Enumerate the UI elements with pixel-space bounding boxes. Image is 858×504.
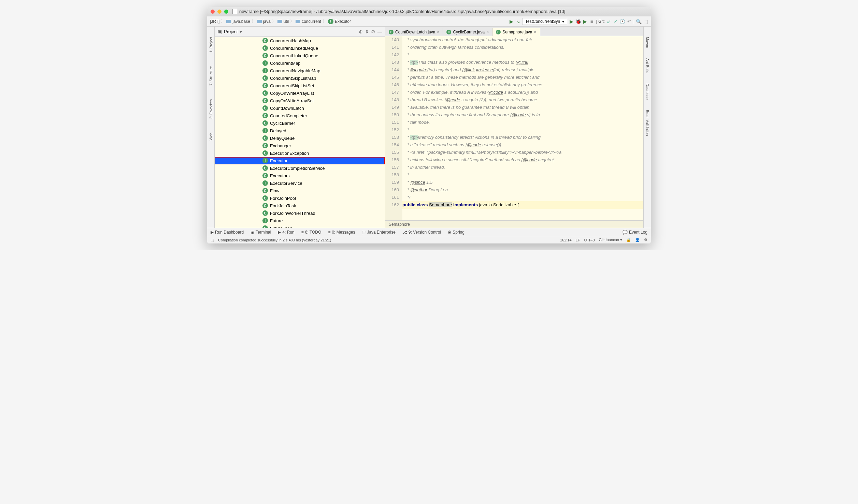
memory-icon[interactable]: ⚙ (644, 238, 647, 242)
gear-icon[interactable]: ⚙ (371, 29, 375, 34)
tree-item-executor[interactable]: IExecutor (215, 157, 385, 164)
tree-item-copyonwritearraylist[interactable]: CCopyOnWriteArrayList (215, 89, 385, 97)
hide-icon[interactable]: — (377, 29, 382, 34)
history-icon[interactable]: 🕐 (620, 19, 625, 24)
folder-icon (277, 20, 282, 23)
tab-label: CountDownLatch.java (395, 30, 435, 34)
editor-tab-semaphore[interactable]: CSemaphore.java× (492, 28, 540, 36)
web-tab[interactable]: Web (209, 133, 213, 140)
class-icon: C (262, 188, 268, 193)
breadcrumb-item[interactable]: java〉 (257, 18, 276, 24)
maven-tab[interactable]: Maven (645, 37, 649, 48)
tree-item-concurrentskiplistset[interactable]: CConcurrentSkipListSet (215, 82, 385, 89)
project-tree[interactable]: CConcurrentHashMapCConcurrentLinkedDeque… (215, 37, 385, 228)
inspector-icon[interactable]: 👤 (635, 238, 640, 242)
git-branch[interactable]: Git: tuancan ▾ (599, 238, 622, 242)
breadcrumb-item[interactable]: IExecutor (328, 19, 351, 24)
commit-icon[interactable]: ✓ (613, 19, 618, 24)
bean-validation-tab[interactable]: Bean Validation (645, 110, 649, 136)
tree-item-forkjoinworkerthread[interactable]: CForkJoinWorkerThread (215, 209, 385, 217)
revert-icon[interactable]: ↶ (627, 19, 632, 24)
tree-item-delayqueue[interactable]: CDelayQueue (215, 134, 385, 142)
breadcrumb-item[interactable]: concurrent〉 (296, 18, 327, 24)
tree-item-executorcompletionservice[interactable]: CExecutorCompletionService (215, 164, 385, 172)
run-configuration-dropdown[interactable]: TestConcurrentSyn▾ (522, 18, 567, 25)
bottom-tab-spring[interactable]: ❀Spring (448, 230, 464, 235)
close-tab-icon[interactable]: × (534, 30, 537, 34)
close-button[interactable] (211, 10, 215, 14)
search-icon[interactable]: 🔍 (636, 19, 641, 24)
bottom-tab-rundashboard[interactable]: ▶Run Dashboard (211, 230, 244, 235)
breadcrumb-item[interactable]: java.base〉 (226, 18, 255, 24)
tree-item-flow[interactable]: CFlow (215, 187, 385, 194)
run-icon[interactable]: ▶ (569, 19, 574, 24)
lock-icon[interactable]: 🔒 (626, 238, 631, 242)
coverage-icon[interactable]: ▶ (582, 19, 588, 24)
status-icon[interactable]: ⬚ (211, 238, 214, 242)
breadcrumb-root[interactable]: [JRT]〉 (210, 18, 225, 24)
update-icon[interactable]: ↙ (606, 19, 612, 24)
line-separator[interactable]: LF (576, 238, 580, 242)
close-tab-icon[interactable]: × (437, 30, 439, 34)
tree-item-countdownlatch[interactable]: CCountDownLatch (215, 104, 385, 112)
bottom-tab-terminal[interactable]: ▣Terminal (251, 230, 271, 235)
tree-item-concurrentskiplistmap[interactable]: CConcurrentSkipListMap (215, 74, 385, 82)
breadcrumb-item[interactable]: util〉 (277, 18, 294, 24)
view-mode-icon[interactable]: ▣ (217, 29, 222, 34)
tree-item-concurrenthashmap[interactable]: CConcurrentHashMap (215, 37, 385, 44)
bottom-tab-run[interactable]: ▶4: Run (278, 230, 294, 235)
tree-item-cyclicbarrier[interactable]: CCyclicBarrier (215, 119, 385, 127)
tree-item-forkjoinpool[interactable]: CForkJoinPool (215, 194, 385, 202)
tree-item-future[interactable]: IFuture (215, 217, 385, 224)
tree-item-countedcompleter[interactable]: CCountedCompleter (215, 112, 385, 119)
tree-item-executionexception[interactable]: CExecutionException (215, 149, 385, 157)
tree-item-forkjointask[interactable]: CForkJoinTask (215, 202, 385, 209)
tree-item-delayed[interactable]: IDelayed (215, 127, 385, 134)
hammer-icon[interactable]: ↘ (515, 19, 521, 24)
collapse-icon[interactable]: ⇕ (365, 29, 369, 34)
tree-item-exchanger[interactable]: CExchanger (215, 142, 385, 149)
tree-item-futuretask[interactable]: CFutureTask (215, 224, 385, 228)
minimize-button[interactable] (217, 10, 221, 14)
build-icon[interactable]: ▶ (509, 19, 514, 24)
close-tab-icon[interactable]: × (486, 30, 489, 34)
editor-tab-cyclicbarrier[interactable]: CCyclicBarrier.java× (443, 28, 492, 36)
tree-item-concurrentmap[interactable]: IConcurrentMap (215, 59, 385, 67)
tree-item-executors[interactable]: CExecutors (215, 172, 385, 179)
class-icon: C (262, 150, 268, 156)
tab-icon: ▶ (278, 230, 281, 235)
caret-position[interactable]: 162:14 (560, 238, 572, 242)
encoding[interactable]: UTF-8 (584, 238, 595, 242)
maximize-button[interactable] (224, 10, 228, 14)
bottom-tab-todo[interactable]: ≡6: TODO (301, 230, 321, 235)
favorites-tab[interactable]: 2: Favorites (209, 99, 213, 119)
interface-icon: I (262, 180, 268, 186)
dropdown-icon[interactable]: ▾ (240, 29, 242, 34)
tree-item-concurrentnavigablemap[interactable]: IConcurrentNavigableMap (215, 67, 385, 74)
database-tab[interactable]: Database (645, 84, 649, 100)
code-editor[interactable]: 1401411421431441451461471481491501511521… (385, 36, 643, 220)
window-title: newframe [~/SpringSpace/newframe] - /Lib… (239, 9, 565, 14)
tree-item-label: Executor (270, 158, 287, 163)
tree-item-label: CountedCompleter (270, 113, 307, 118)
ant-tab[interactable]: Ant Build (645, 58, 649, 73)
tree-item-label: ForkJoinPool (270, 196, 296, 201)
tab-icon: ▣ (251, 230, 254, 235)
project-tab[interactable]: 1: Project (209, 37, 213, 53)
tree-item-executorservice[interactable]: IExecutorService (215, 179, 385, 187)
target-icon[interactable]: ⊕ (359, 29, 363, 34)
structure-tab[interactable]: 7: Structure (209, 66, 213, 86)
editor-breadcrumb[interactable]: Semaphore (385, 220, 643, 228)
code-content[interactable]: * synchronization control, the throughpu… (402, 36, 643, 220)
bottom-tab-messages[interactable]: ≡0: Messages (328, 230, 355, 235)
bottom-tab-versioncontrol[interactable]: ⎇9: Version Control (402, 230, 441, 235)
event-log-tab[interactable]: 💬 Event Log (623, 230, 647, 235)
tree-item-concurrentlinkeddeque[interactable]: CConcurrentLinkedDeque (215, 44, 385, 52)
tree-item-concurrentlinkedqueue[interactable]: CConcurrentLinkedQueue (215, 52, 385, 59)
editor-tab-countdownlatch[interactable]: CCountDownLatch.java× (385, 28, 443, 36)
debug-icon[interactable]: 🐞 (575, 19, 581, 24)
settings-icon[interactable]: ⬚ (643, 19, 648, 24)
stop-icon[interactable]: ■ (589, 19, 595, 24)
tree-item-copyonwritearrayset[interactable]: CCopyOnWriteArraySet (215, 97, 385, 104)
bottom-tab-javaenterprise[interactable]: ⬚Java Enterprise (362, 230, 395, 235)
